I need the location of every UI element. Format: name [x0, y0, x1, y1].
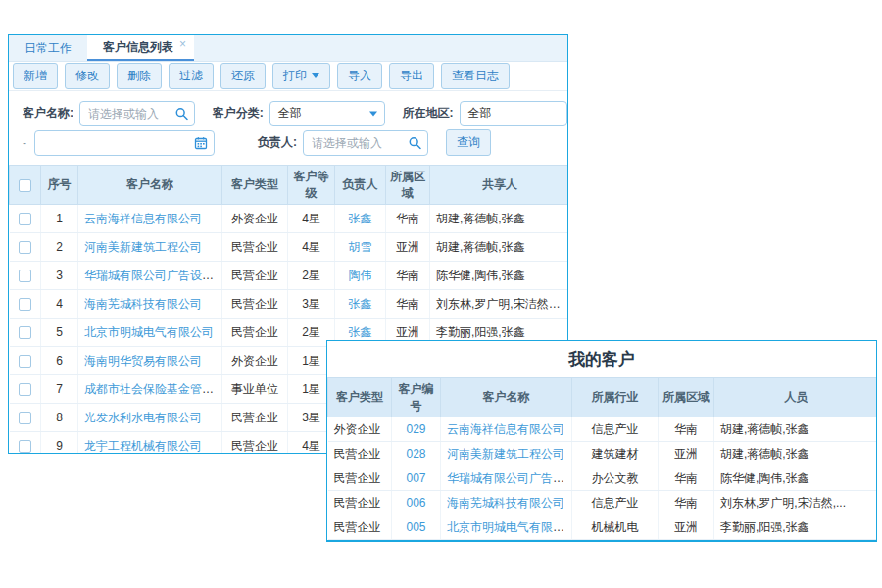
owner-link[interactable]: 张鑫 — [349, 325, 372, 339]
tab-customer-list[interactable]: 客户信息列表 × — [87, 35, 194, 61]
search-icon[interactable] — [409, 136, 421, 149]
delete-button[interactable]: 删除 — [117, 63, 162, 89]
cell-shared: 胡建,蒋德帧,张鑫 — [430, 205, 569, 233]
col-shared: 共享人 — [430, 166, 569, 205]
print-button[interactable]: 打印 — [272, 63, 330, 89]
customer-name-link[interactable]: 海南芜城科技有限公司 — [84, 297, 202, 311]
owner-link[interactable]: 张鑫 — [349, 297, 372, 311]
customer-category-select[interactable]: 全部 — [270, 101, 385, 126]
col-customer-name: 客户名称 — [441, 378, 572, 417]
cell-people: 胡建,蒋德帧,张鑫 — [714, 417, 878, 442]
customer-name-link[interactable]: 云南海祥信息有限公司 — [447, 422, 564, 436]
customer-name-link[interactable]: 成都市社会保险基金管理... — [84, 382, 222, 396]
table-row: 民营企业005北京市明城电气有限公司机械机电亚洲李勤丽,阳强,张鑫 — [328, 515, 878, 540]
cell-customer-type: 民营企业 — [328, 491, 392, 515]
customer-name-link[interactable]: 龙宇工程机械有限公司 — [84, 439, 202, 453]
customer-code-link[interactable]: 006 — [406, 496, 425, 510]
calendar-icon[interactable] — [194, 136, 208, 150]
cell-index: 3 — [41, 262, 78, 290]
search-icon[interactable] — [175, 107, 188, 120]
export-button[interactable]: 导出 — [389, 63, 434, 89]
row-checkbox[interactable] — [19, 326, 31, 339]
cell-shared: 胡建,蒋德帧,张鑫 — [430, 233, 569, 262]
cell-shared: 陈华健,陶伟,张鑫 — [430, 262, 569, 290]
cell-owner: 张鑫 — [335, 290, 386, 318]
table-row: 外资企业029云南海祥信息有限公司信息产业华南胡建,蒋德帧,张鑫 — [328, 417, 878, 442]
tab-label: 客户信息列表 — [103, 39, 173, 56]
my-customers-table: 客户类型 客户编号 客户名称 所属行业 所属区域 人员 外资企业029云南海祥信… — [327, 377, 877, 540]
col-owner: 负责人 — [335, 166, 386, 205]
table-row: 4海南芜城科技有限公司民营企业3星张鑫华南刘东林,罗广明,宋洁然,张鑫 — [10, 290, 569, 318]
cell-region: 华南 — [386, 205, 430, 233]
cell-customer-name: 云南海祥信息有限公司 — [78, 205, 222, 233]
row-checkbox[interactable] — [19, 355, 31, 368]
cell-checkbox — [10, 233, 41, 262]
cell-industry: 建筑建材 — [572, 442, 659, 466]
row-checkbox[interactable] — [19, 298, 31, 311]
date-input[interactable] — [34, 130, 215, 156]
customer-name-link[interactable]: 华瑞城有限公司广告设计部 — [84, 269, 222, 282]
filter-button[interactable]: 过滤 — [169, 63, 214, 89]
cell-checkbox — [10, 290, 41, 318]
cell-customer-name: 光发水利水电有限公司 — [78, 404, 222, 432]
customer-name-link[interactable]: 海南明华贸易有限公司 — [84, 354, 202, 368]
cell-checkbox — [10, 262, 41, 290]
row-checkbox[interactable] — [19, 412, 31, 424]
customer-code-link[interactable]: 007 — [406, 471, 425, 485]
toolbar: 新增 修改 删除 过滤 还原 打印 导入 导出 查看日志 — [9, 62, 567, 91]
cell-customer-name: 北京市明城电气有限公司 — [441, 515, 572, 540]
customer-category-label: 客户分类: — [213, 105, 264, 122]
customer-name-link[interactable]: 河南美新建筑工程公司 — [84, 240, 202, 254]
customer-code-link[interactable]: 028 — [406, 447, 425, 461]
restore-button[interactable]: 还原 — [220, 63, 266, 89]
cell-customer-type: 民营企业 — [222, 290, 288, 318]
owner-link[interactable]: 张鑫 — [349, 212, 372, 225]
owner-link[interactable]: 陶伟 — [349, 269, 372, 282]
cell-customer-name: 云南海祥信息有限公司 — [441, 417, 572, 442]
table-row: 1云南海祥信息有限公司外资企业4星张鑫华南胡建,蒋德帧,张鑫 — [10, 205, 569, 233]
view-log-button[interactable]: 查看日志 — [441, 63, 510, 89]
customer-name-link[interactable]: 云南海祥信息有限公司 — [84, 212, 202, 225]
col-customer-level: 客户等级 — [288, 166, 335, 205]
row-checkbox[interactable] — [19, 213, 31, 225]
table-row: 民营企业007华瑞城有限公司广告设计部办公文教华南陈华健,陶伟,张鑫 — [328, 466, 878, 491]
cell-industry: 机械机电 — [572, 515, 659, 540]
region-field-wrap: 全部 — [460, 101, 567, 126]
add-button[interactable]: 新增 — [13, 63, 58, 89]
owner-link[interactable]: 胡雪 — [349, 240, 372, 254]
cell-region: 华南 — [659, 491, 714, 515]
customer-name-label: 客户名称: — [23, 105, 74, 122]
customer-name-link[interactable]: 北京市明城电气有限公司 — [447, 520, 572, 534]
tab-close-icon[interactable]: × — [179, 37, 186, 51]
selected-value: 全部 — [278, 105, 302, 122]
cell-index: 7 — [41, 375, 78, 404]
customer-name-link[interactable]: 华瑞城有限公司广告设计部 — [447, 471, 572, 485]
customer-code-link[interactable]: 005 — [406, 520, 425, 534]
region-select[interactable]: 全部 — [460, 101, 567, 126]
cell-checkbox — [10, 318, 41, 347]
cell-customer-level: 3星 — [288, 290, 335, 318]
table-row: 民营企业006海南芜城科技有限公司信息产业华南刘东林,罗广明,宋洁然,... — [328, 491, 878, 515]
query-button[interactable]: 查询 — [446, 129, 491, 156]
customer-name-link[interactable]: 光发水利水电有限公司 — [84, 411, 202, 424]
cell-shared: 刘东林,罗广明,宋洁然,张鑫 — [430, 290, 569, 318]
cell-region: 亚洲 — [659, 442, 714, 466]
row-checkbox[interactable] — [19, 440, 31, 453]
customer-name-link[interactable]: 海南芜城科技有限公司 — [447, 496, 564, 510]
select-all-checkbox[interactable] — [19, 179, 31, 192]
row-checkbox[interactable] — [19, 383, 31, 396]
customer-code-link[interactable]: 029 — [406, 422, 425, 436]
customer-name-link[interactable]: 北京市明城电气有限公司 — [84, 325, 214, 339]
customer-name-link[interactable]: 河南美新建筑工程公司 — [447, 447, 564, 461]
cell-customer-type: 民营企业 — [222, 404, 288, 432]
selected-value: 全部 — [468, 105, 492, 122]
tab-daily-work[interactable]: 日常工作 — [9, 35, 87, 61]
row-checkbox[interactable] — [19, 270, 31, 282]
row-checkbox[interactable] — [19, 241, 31, 254]
cell-customer-type: 民营企业 — [222, 233, 288, 262]
cell-region: 亚洲 — [386, 233, 430, 262]
edit-button[interactable]: 修改 — [65, 63, 110, 89]
import-button[interactable]: 导入 — [337, 63, 382, 89]
col-customer-code: 客户编号 — [392, 378, 441, 417]
customer-category-field-wrap: 全部 — [270, 101, 385, 126]
